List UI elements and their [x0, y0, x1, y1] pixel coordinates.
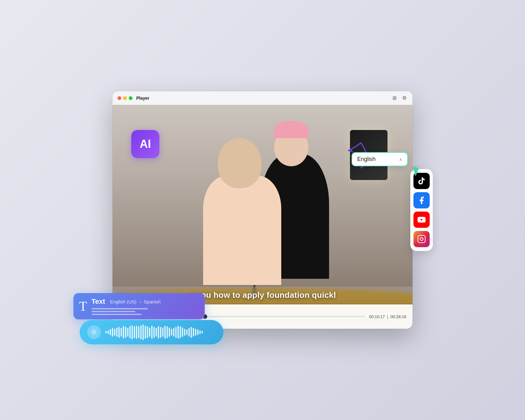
chevron-up-icon: ∧ — [399, 157, 402, 162]
wave-bar — [140, 325, 142, 339]
wave-bar — [175, 327, 177, 338]
wave-bar — [164, 326, 166, 339]
wave-bar — [125, 327, 126, 338]
scene-wrapper: Player ⊞ ⚙ — [98, 46, 427, 374]
text-card-label: Text — [92, 298, 105, 306]
wave-bar — [202, 331, 203, 333]
text-card-lines — [92, 308, 199, 315]
wave-bar — [112, 328, 113, 337]
wave-bar — [171, 329, 172, 336]
wave-bar — [138, 326, 139, 338]
wave-bar — [116, 328, 118, 337]
text-line-2 — [92, 311, 135, 312]
svg-rect-1 — [418, 235, 425, 242]
ai-badge: AI — [131, 130, 159, 158]
wave-bar — [129, 326, 131, 338]
wave-bar — [147, 326, 148, 338]
facebook-icon[interactable] — [413, 192, 430, 208]
wave-bar — [195, 329, 196, 336]
wave-bar — [193, 328, 194, 337]
youtube-icon[interactable] — [413, 212, 430, 228]
close-dot[interactable] — [118, 96, 121, 100]
text-card: T Text English (US) → Spanish — [73, 293, 205, 319]
lang-dropdown-value: English — [357, 156, 396, 162]
waveform — [105, 324, 216, 340]
wave-bar — [186, 329, 188, 335]
text-icon: T — [79, 300, 87, 313]
wave-bar — [127, 328, 128, 337]
wave-bar — [105, 331, 107, 333]
wave-bar — [188, 328, 190, 337]
wave-bar — [110, 329, 111, 335]
audio-icon — [87, 325, 101, 339]
person-male-head — [218, 138, 262, 188]
wave-bar — [173, 328, 174, 337]
person-female-hair — [274, 121, 308, 138]
wave-bar — [118, 327, 120, 338]
window-title: Player — [136, 96, 391, 101]
wave-bar — [184, 329, 185, 336]
layout-icon[interactable]: ⊞ — [391, 95, 398, 101]
settings-icon[interactable]: ⚙ — [401, 95, 408, 101]
wave-bar — [158, 326, 159, 338]
timeline-time: 00:10:17 | 00:28:18 — [369, 314, 406, 319]
wave-bar — [145, 326, 146, 339]
wave-bar — [121, 328, 122, 337]
wave-bar — [136, 326, 137, 339]
wave-bar — [191, 327, 192, 338]
instagram-icon[interactable] — [413, 231, 430, 247]
wave-bar — [134, 326, 135, 338]
wave-bar — [108, 330, 109, 334]
wave-bar — [132, 325, 133, 339]
text-line-3 — [92, 314, 142, 315]
person-male-torso — [203, 176, 281, 285]
lang-dropdown[interactable]: English ∧ — [352, 152, 408, 166]
wave-bar — [114, 329, 115, 336]
audio-card — [80, 320, 223, 344]
maximize-dot[interactable] — [129, 96, 132, 100]
text-line-1 — [92, 308, 148, 309]
wave-bar — [149, 328, 150, 337]
wave-bar — [178, 326, 179, 339]
wave-bar — [142, 324, 144, 340]
wave-bar — [160, 327, 161, 338]
title-bar: Player ⊞ ⚙ — [112, 91, 412, 105]
wave-bar — [197, 329, 198, 335]
title-bar-icons: ⊞ ⚙ — [391, 95, 408, 101]
text-card-body: Text English (US) → Spanish — [92, 298, 199, 315]
wave-bar — [169, 328, 170, 337]
wave-bar — [123, 326, 124, 338]
wave-bar — [199, 330, 201, 334]
wave-bar — [182, 328, 183, 337]
wave-bar — [151, 326, 152, 339]
wave-bar — [153, 327, 155, 338]
window-controls — [118, 96, 132, 100]
wave-bar — [162, 328, 163, 337]
subtitle-text: n you how to apply foundation quickl — [189, 290, 336, 300]
svg-point-3 — [93, 331, 95, 333]
cursor — [412, 167, 417, 176]
social-sidebar — [410, 169, 433, 251]
text-card-langs: English (US) → Spanish — [110, 299, 161, 304]
wave-bar — [167, 326, 168, 338]
wave-bar — [180, 326, 181, 338]
wave-bar — [156, 328, 157, 337]
minimize-dot[interactable] — [123, 96, 127, 100]
